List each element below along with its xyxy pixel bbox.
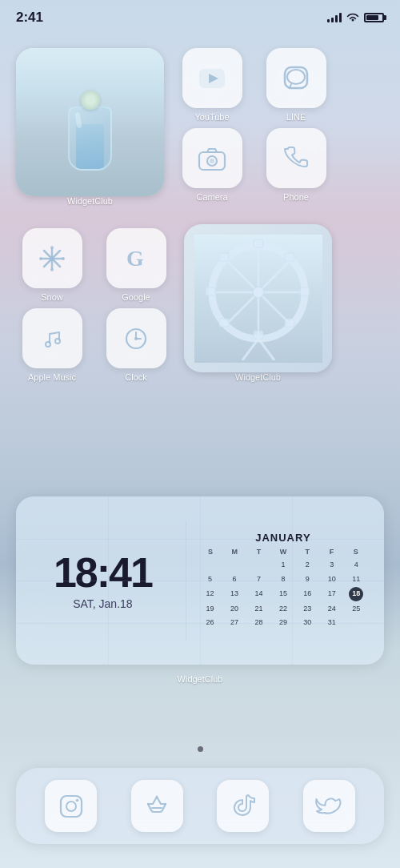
google-app[interactable]: G Google <box>100 228 172 302</box>
tiktok-icon <box>217 780 269 832</box>
second-left-apps: Snow G Google <box>16 228 172 382</box>
svg-line-32 <box>226 292 258 325</box>
svg-rect-38 <box>285 319 294 327</box>
svg-point-3 <box>287 70 305 84</box>
top-row: WidgetClub YouTube <box>16 48 384 206</box>
phone-label: Phone <box>283 192 309 202</box>
widgetclub-label-1: WidgetClub <box>67 196 113 206</box>
camera-label: Camera <box>196 192 227 202</box>
dock-twitter[interactable] <box>303 780 355 832</box>
svg-point-46 <box>75 798 78 802</box>
svg-point-12 <box>50 256 54 261</box>
appstore-icon <box>131 780 183 832</box>
svg-rect-39 <box>285 253 294 261</box>
status-time: 2:41 <box>16 10 43 26</box>
line-icon <box>266 48 326 108</box>
svg-point-45 <box>66 802 76 811</box>
battery-icon <box>364 13 384 22</box>
svg-rect-44 <box>61 796 82 817</box>
google-label: Google <box>122 292 150 302</box>
svg-point-16 <box>62 257 65 260</box>
status-icons <box>327 13 384 22</box>
widgetclub-calendar-label: WidgetClub <box>178 674 223 684</box>
calendar-widget[interactable]: 18:41 SAT, Jan.18 JANUARY S M T W T F S … <box>16 496 384 665</box>
youtube-label: YouTube <box>194 112 229 122</box>
svg-rect-40 <box>219 319 229 327</box>
clock-label: Clock <box>125 372 147 382</box>
svg-point-15 <box>39 257 42 260</box>
snow-icon <box>22 228 82 288</box>
applemusic-label: Apple Music <box>28 372 76 382</box>
svg-line-31 <box>258 259 291 292</box>
wifi-icon <box>346 13 359 22</box>
second-row: Snow G Google <box>16 224 384 382</box>
svg-line-43 <box>258 339 274 360</box>
svg-point-41 <box>253 287 264 298</box>
svg-point-23 <box>134 337 138 340</box>
phone-app[interactable]: Phone <box>260 128 332 202</box>
svg-point-7 <box>210 159 214 163</box>
svg-point-14 <box>50 268 54 271</box>
camera-app[interactable]: Camera <box>176 128 248 202</box>
twitter-icon <box>303 780 355 832</box>
clock-app[interactable]: Clock <box>100 308 172 382</box>
widgetclub-label-2: WidgetClub <box>235 372 281 382</box>
svg-rect-36 <box>300 287 310 295</box>
svg-rect-35 <box>206 287 215 295</box>
clock-icon <box>106 308 166 368</box>
dock-appstore[interactable] <box>131 780 183 832</box>
signal-icon <box>327 13 342 22</box>
svg-line-42 <box>242 339 258 360</box>
svg-line-29 <box>226 259 258 292</box>
dock-instagram[interactable] <box>45 780 97 832</box>
svg-point-19 <box>55 339 60 344</box>
svg-rect-37 <box>219 253 229 261</box>
page-indicator <box>0 746 400 752</box>
svg-text:G: G <box>126 246 144 271</box>
widgetclub-widget-2[interactable]: WidgetClub <box>184 224 332 382</box>
widgetclub-widget-1[interactable]: WidgetClub <box>16 48 164 206</box>
top-right-apps: YouTube LINE <box>176 48 332 202</box>
svg-point-13 <box>50 246 54 249</box>
applemusic-icon <box>22 308 82 368</box>
applemusic-app[interactable]: Apple Music <box>16 308 88 382</box>
snow-app[interactable]: Snow <box>16 228 88 302</box>
widgetclub-icon-large <box>16 48 164 196</box>
svg-rect-33 <box>254 239 263 247</box>
line-app[interactable]: LINE <box>260 48 332 122</box>
svg-rect-34 <box>254 331 263 339</box>
instagram-icon <box>45 780 97 832</box>
dock-tiktok[interactable] <box>217 780 269 832</box>
dock <box>16 768 384 844</box>
phone-icon <box>266 128 326 188</box>
widgetclub-widget-label: WidgetClub <box>0 671 400 685</box>
snow-label: Snow <box>41 292 63 302</box>
youtube-icon <box>182 48 242 108</box>
status-bar: 2:41 <box>0 0 400 35</box>
camera-icon <box>182 128 242 188</box>
line-label: LINE <box>286 112 306 122</box>
page-dot-1 <box>198 746 203 752</box>
google-icon: G <box>106 228 166 288</box>
ferris-wheel-svg <box>198 236 318 360</box>
ferris-widget-icon <box>184 224 332 372</box>
svg-point-18 <box>46 342 50 347</box>
youtube-app[interactable]: YouTube <box>176 48 248 122</box>
